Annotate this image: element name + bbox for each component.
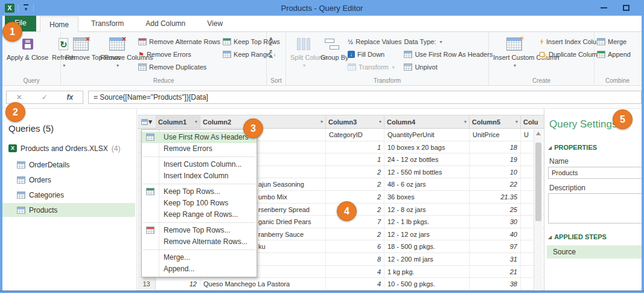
- description-field[interactable]: [548, 193, 643, 224]
- cancel-icon[interactable]: ✕: [16, 93, 22, 101]
- cell-column4[interactable]: 24 - 12 oz bottles: [384, 153, 470, 166]
- append-button[interactable]: Append: [597, 50, 631, 59]
- cell-column3[interactable]: 2: [326, 178, 384, 190]
- cell-column4[interactable]: 12 - 8 oz jars: [384, 204, 470, 216]
- cell-column3[interactable]: 4: [326, 278, 384, 290]
- query-item-categories[interactable]: Categories: [2, 188, 135, 202]
- cell-column4[interactable]: 36 boxes: [384, 191, 470, 203]
- menu-item-keep-top-rows[interactable]: Keep Top Rows...: [142, 186, 257, 198]
- formula-input[interactable]: = Source{[Name="Products"]}[Data]: [88, 91, 642, 104]
- cell-column4[interactable]: 12 - 550 ml bottles: [384, 166, 470, 178]
- cell-column5[interactable]: 31: [470, 253, 521, 265]
- cell-column5[interactable]: 25: [470, 204, 521, 216]
- table-row[interactable]: 13 12 Queso Manchego La Pastora 4 10 - 5…: [138, 278, 544, 291]
- cell-column4[interactable]: 10 boxes x 20 bags: [384, 141, 470, 153]
- replace-values-button[interactable]: ½Replace Values: [348, 37, 401, 47]
- menu-item-append[interactable]: Append...: [142, 263, 257, 275]
- filter-arrow-icon[interactable]: ▾: [320, 119, 323, 124]
- applied-steps-section-header[interactable]: ◢ APPLIED STEPS: [548, 233, 607, 240]
- remove-top-rows-button[interactable]: ✕ Remove Top Rows: [63, 34, 98, 62]
- menu-item-insert-custom-column[interactable]: Insert Custom Column...: [142, 159, 257, 170]
- cell-column5[interactable]: 21.35: [470, 191, 521, 203]
- fill-down-button[interactable]: ↓Fill Down: [348, 50, 401, 59]
- remove-columns-button[interactable]: ✕ Remove Columns ▾: [98, 34, 136, 70]
- expander-icon[interactable]: ◢: [548, 234, 552, 240]
- query-item-products-selected[interactable]: Products: [2, 203, 135, 217]
- remove-errors-button[interactable]: ⚑Remove Errors: [138, 50, 220, 59]
- query-workbook-item[interactable]: X Products and Orders.XLSX (4): [2, 141, 135, 155]
- menu-item-remove-errors[interactable]: Remove Errors: [142, 143, 257, 155]
- cell-column3[interactable]: 1: [326, 153, 384, 166]
- cell-column2[interactable]: Queso Manchego La Pastora: [200, 278, 326, 290]
- tab-view[interactable]: View: [198, 16, 232, 31]
- cell-column4[interactable]: 18 - 500 g pkgs.: [384, 240, 470, 253]
- menu-item-keep-range-of-rows[interactable]: Keep Range of Rows...: [142, 209, 257, 221]
- cell-column3[interactable]: 2: [326, 228, 384, 240]
- applied-step-source[interactable]: Source: [547, 245, 642, 259]
- cell-column5[interactable]: 18: [470, 141, 521, 153]
- column-header-column2[interactable]: Column2▾: [200, 115, 326, 128]
- cell-column3[interactable]: 2: [326, 166, 384, 178]
- cell-column5[interactable]: 30: [470, 216, 521, 228]
- menu-item-merge[interactable]: Merge...: [142, 252, 257, 263]
- filter-arrow-icon[interactable]: ▾: [515, 119, 518, 124]
- filter-arrow-icon[interactable]: ▾: [464, 119, 467, 124]
- filter-arrow-icon[interactable]: ▾: [195, 119, 197, 124]
- cell-column5[interactable]: 10: [470, 166, 521, 178]
- query-item-orderdetails[interactable]: OrderDetails: [2, 158, 135, 172]
- sort-ascending-button[interactable]: AZ↓: [269, 37, 276, 47]
- fx-icon[interactable]: fx: [66, 93, 73, 101]
- cell-column3[interactable]: 7: [326, 216, 384, 228]
- remove-alternate-rows-button[interactable]: Remove Alternate Rows: [138, 37, 220, 47]
- name-field[interactable]: [548, 167, 643, 179]
- remove-duplicates-button[interactable]: Remove Duplicates: [138, 62, 220, 72]
- cell-column1[interactable]: 12: [156, 278, 200, 290]
- cell-column4[interactable]: QuantityPerUnit: [384, 129, 470, 141]
- cell-column3[interactable]: 1: [326, 141, 384, 153]
- insert-custom-column-button[interactable]: ✳ Insert Custom Column ▾: [491, 34, 537, 70]
- select-all-button[interactable]: ▾: [138, 115, 156, 128]
- tab-home[interactable]: Home: [40, 16, 78, 32]
- check-icon[interactable]: ✓: [42, 93, 48, 101]
- cell-column4[interactable]: 12 - 12 oz jars: [384, 228, 470, 240]
- data-type-button[interactable]: Data Type:▾: [404, 37, 493, 47]
- expander-icon[interactable]: ◢: [548, 145, 552, 150]
- minimize-button[interactable]: [601, 7, 607, 8]
- row-number[interactable]: 13: [138, 278, 156, 290]
- split-column-button[interactable]: Split Column ▾: [289, 34, 319, 70]
- cell-column3[interactable]: 4: [326, 266, 384, 278]
- column-header-column4[interactable]: Column4▾: [384, 115, 470, 128]
- scrollbar-thumb[interactable]: [535, 143, 541, 221]
- column-header-column1[interactable]: Column1▾: [156, 115, 200, 128]
- filter-arrow-icon[interactable]: ▾: [379, 119, 381, 124]
- cell-column5[interactable]: 38: [470, 278, 521, 290]
- column-header-column5[interactable]: Column5▾: [470, 115, 521, 128]
- cell-column3[interactable]: 6: [326, 240, 384, 253]
- merge-button[interactable]: Merge: [597, 37, 631, 47]
- column-header-column3[interactable]: Column3▾: [326, 115, 384, 128]
- unpivot-button[interactable]: Unpivot: [404, 62, 493, 72]
- tab-add-column[interactable]: Add Column: [136, 16, 194, 31]
- menu-item-insert-index-column[interactable]: Insert Index Column: [142, 170, 257, 182]
- cell-column5[interactable]: 40: [470, 228, 521, 240]
- cell-column4[interactable]: 48 - 6 oz jars: [384, 178, 470, 190]
- cell-column5[interactable]: 19: [470, 153, 521, 166]
- menu-item-remove-alternate-rows[interactable]: Remove Alternate Rows...: [142, 236, 257, 248]
- vertical-scrollbar[interactable]: [534, 129, 543, 291]
- cell-column3[interactable]: 8: [326, 253, 384, 265]
- menu-item-use-first-row-as-headers[interactable]: Use First Row As Headers: [142, 132, 257, 143]
- scroll-up-icon[interactable]: [536, 132, 541, 135]
- cell-column3[interactable]: 2: [326, 191, 384, 203]
- cell-column4[interactable]: 12 - 200 ml jars: [384, 253, 470, 265]
- transform-menu-button[interactable]: Transform▾: [348, 62, 401, 72]
- cell-column5[interactable]: UnitPrice: [470, 129, 521, 141]
- menu-item-remove-top-rows[interactable]: Remove Top Rows...: [142, 225, 257, 236]
- use-first-row-as-headers-button[interactable]: Use First Row As Headers: [404, 50, 493, 59]
- cell-column4[interactable]: 12 - 1 lb pkgs.: [384, 216, 470, 228]
- properties-section-header[interactable]: ◢ PROPERTIES: [548, 144, 597, 151]
- query-item-orders[interactable]: Orders: [2, 173, 135, 187]
- cell-column4[interactable]: 1 kg pkg.: [384, 266, 470, 278]
- cell-column5[interactable]: 21: [470, 266, 521, 278]
- cell-column5[interactable]: 97: [470, 240, 521, 253]
- cell-column4[interactable]: 10 - 500 g pkgs.: [384, 278, 470, 290]
